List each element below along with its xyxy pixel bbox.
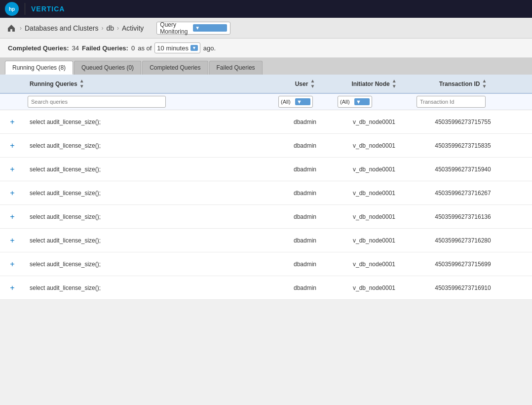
breadcrumb-chevron-3: › — [117, 25, 119, 32]
transaction-id-column-header[interactable]: Transaction ID ▲▼ — [414, 75, 512, 93]
node-filter-dropdown[interactable]: (All) ▼ — [338, 96, 372, 108]
sort-txid-icon[interactable]: ▲▼ — [482, 79, 487, 89]
home-button[interactable] — [6, 23, 17, 34]
time-dropdown-arrow-icon: ▼ — [190, 45, 198, 51]
txid-cell: 45035996273715940 — [414, 166, 512, 173]
initiator-node-column-header[interactable]: Initiator Node ▲▼ — [335, 75, 414, 93]
user-cell: dbadmin — [275, 190, 335, 197]
txid-cell: 45035996273715835 — [414, 142, 512, 149]
txid-filter-cell — [414, 94, 512, 110]
queries-table: Running Queries ▲▼ User ▲▼ Initiator Nod… — [0, 75, 532, 300]
user-cell: dbadmin — [275, 237, 335, 244]
tab-queued-queries[interactable]: Queued Queries (0) — [74, 61, 141, 75]
tab-completed-queries[interactable]: Completed Queries — [142, 61, 208, 75]
query-text: select audit_license_size(); — [25, 115, 275, 129]
table-row: + select audit_license_size(); dbadmin v… — [0, 205, 532, 229]
as-of-label: as of — [138, 44, 152, 52]
completed-queries-count: 34 — [72, 44, 79, 52]
node-cell: v_db_node0001 — [335, 119, 414, 125]
query-text: select audit_license_size(); — [25, 257, 275, 272]
node-cell: v_db_node0001 — [335, 237, 414, 244]
dropdown-arrow-icon: ▼ — [193, 24, 227, 32]
txid-cell: 45035996273715755 — [414, 119, 512, 125]
tab-failed-queries[interactable]: Failed Queries — [209, 61, 263, 75]
breadcrumb-activity[interactable]: Activity — [122, 24, 144, 32]
user-cell: dbadmin — [275, 284, 335, 291]
node-filter-cell: (All) ▼ — [335, 94, 414, 110]
search-query-cell — [25, 94, 275, 110]
nav-divider — [25, 3, 25, 15]
sort-node-icon[interactable]: ▲▼ — [392, 79, 397, 89]
expand-row-button[interactable]: + — [0, 284, 25, 292]
expand-filter-cell — [0, 100, 25, 104]
breadcrumb-db[interactable]: db — [106, 24, 114, 32]
top-nav: hp VERTICA — [0, 0, 532, 18]
query-monitoring-dropdown[interactable]: Query Monitoring ▼ — [156, 22, 230, 35]
node-cell: v_db_node0001 — [335, 142, 414, 149]
node-cell: v_db_node0001 — [335, 213, 414, 220]
expand-row-button[interactable]: + — [0, 212, 25, 221]
txid-filter-input[interactable] — [417, 96, 486, 108]
sort-running-queries-icon[interactable]: ▲▼ — [79, 79, 84, 89]
tab-running-queries[interactable]: Running Queries (8) — [5, 61, 73, 75]
txid-cell: 45035996273716280 — [414, 237, 512, 244]
breadcrumb-databases[interactable]: Databases and Clusters — [25, 24, 98, 32]
filter-row: (All) ▼ (All) ▼ — [0, 94, 532, 110]
user-filter-cell: (All) ▼ — [275, 94, 335, 110]
hp-logo-icon: hp — [5, 2, 19, 16]
txid-cell: 45035996273716910 — [414, 284, 512, 291]
table-row: + select audit_license_size(); dbadmin v… — [0, 252, 532, 276]
txid-cell: 45035996273715699 — [414, 261, 512, 268]
txid-cell: 45035996273716136 — [414, 213, 512, 220]
query-text: select audit_license_size(); — [25, 186, 275, 201]
node-cell: v_db_node0001 — [335, 261, 414, 268]
query-text: select audit_license_size(); — [25, 209, 275, 224]
expand-row-button[interactable]: + — [0, 236, 25, 245]
user-cell: dbadmin — [275, 213, 335, 220]
table-row: + select audit_license_size(); dbadmin v… — [0, 158, 532, 181]
user-cell: dbadmin — [275, 142, 335, 149]
user-filter-arrow-icon: ▼ — [295, 98, 310, 105]
expand-row-button[interactable]: + — [0, 260, 25, 269]
failed-queries-count: 0 — [131, 44, 135, 52]
expand-row-button[interactable]: + — [0, 118, 25, 126]
completed-queries-label: Completed Queries: — [8, 44, 69, 52]
ago-label: ago. — [203, 44, 216, 52]
node-cell: v_db_node0001 — [335, 166, 414, 173]
summary-bar: Completed Queries: 34 Failed Queries: 0 … — [0, 39, 532, 58]
query-text: select audit_license_size(); — [25, 281, 275, 295]
table-row: + select audit_license_size(); dbadmin v… — [0, 229, 532, 252]
node-filter-arrow-icon: ▼ — [354, 98, 370, 105]
time-range-dropdown[interactable]: 10 minutes ▼ — [154, 42, 200, 53]
failed-queries-label: Failed Queries: — [82, 44, 128, 52]
query-text: select audit_license_size(); — [25, 162, 275, 177]
user-cell: dbadmin — [275, 166, 335, 173]
expand-row-button[interactable]: + — [0, 165, 25, 174]
table-row: + select audit_license_size(); dbadmin v… — [0, 134, 532, 158]
txid-cell: 45035996273716267 — [414, 190, 512, 197]
search-input[interactable] — [28, 96, 166, 108]
vertica-logo: VERTICA — [31, 5, 65, 13]
tabs-bar: Running Queries (8) Queued Queries (0) C… — [0, 58, 532, 75]
user-cell: dbadmin — [275, 119, 335, 125]
svg-text:hp: hp — [9, 6, 15, 12]
extra-filter-cell — [512, 100, 532, 104]
breadcrumb-bar: › Databases and Clusters › db › Activity… — [0, 18, 532, 39]
node-cell: v_db_node0001 — [335, 284, 414, 291]
breadcrumb-chevron-2: › — [101, 25, 103, 32]
table-row: + select audit_license_size(); dbadmin v… — [0, 276, 532, 300]
table-body: + select audit_license_size(); dbadmin v… — [0, 110, 532, 300]
user-column-header[interactable]: User ▲▼ — [275, 75, 335, 93]
sort-user-icon[interactable]: ▲▼ — [310, 79, 315, 89]
expand-row-button[interactable]: + — [0, 141, 25, 150]
expand-row-button[interactable]: + — [0, 189, 25, 198]
user-cell: dbadmin — [275, 261, 335, 268]
running-queries-column-header[interactable]: Running Queries ▲▼ — [25, 75, 275, 93]
table-row: + select audit_license_size(); dbadmin v… — [0, 181, 532, 205]
table-header-row: Running Queries ▲▼ User ▲▼ Initiator Nod… — [0, 75, 532, 94]
query-text: select audit_license_size(); — [25, 138, 275, 153]
node-cell: v_db_node0001 — [335, 190, 414, 197]
user-filter-dropdown[interactable]: (All) ▼ — [278, 96, 313, 108]
breadcrumb-chevron-1: › — [20, 25, 22, 32]
query-text: select audit_license_size(); — [25, 233, 275, 248]
